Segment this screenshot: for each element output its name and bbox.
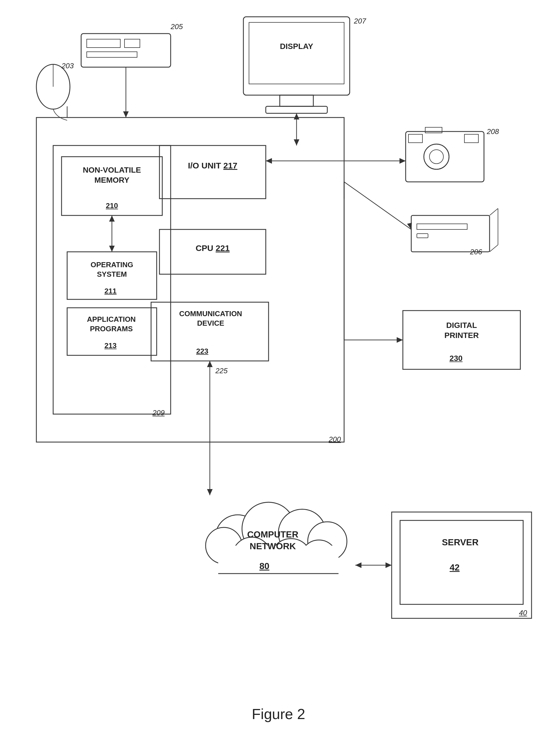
nonvolatile-memory-ref: 210 [92, 201, 131, 210]
storage-ref: 206 [470, 248, 482, 256]
comm-device-ref: 223 [187, 347, 218, 356]
svg-rect-22 [464, 134, 478, 143]
server-ref: 42 [441, 562, 469, 573]
display-label: DISPLAY [260, 42, 333, 51]
mouse-ref: 203 [62, 62, 74, 70]
svg-rect-18 [406, 132, 484, 182]
svg-point-19 [424, 144, 449, 169]
svg-marker-65 [355, 562, 361, 568]
svg-rect-21 [408, 134, 422, 143]
svg-rect-24 [411, 215, 490, 252]
svg-marker-45 [294, 113, 299, 119]
svg-rect-8 [243, 17, 350, 95]
svg-rect-26 [417, 234, 428, 238]
diagram-svg [0, 0, 557, 756]
operating-system-ref: 211 [95, 287, 126, 295]
svg-rect-10 [280, 95, 313, 106]
nonvolatile-memory-label: NON-VOLATILEMEMORY [64, 165, 159, 185]
svg-marker-61 [207, 361, 213, 367]
server-label: SERVER [404, 537, 516, 548]
svg-marker-50 [400, 158, 406, 164]
svg-marker-53 [407, 223, 412, 229]
svg-rect-13 [87, 39, 120, 48]
application-programs-ref: 213 [95, 341, 126, 350]
digital-printer-label: DIGITALPRINTER [407, 320, 516, 341]
svg-marker-56 [397, 337, 403, 343]
camera-ref: 208 [487, 127, 499, 136]
digital-printer-ref: 230 [439, 354, 473, 363]
display-ref: 207 [354, 17, 366, 26]
svg-marker-64 [385, 562, 392, 568]
svg-point-16 [36, 64, 70, 109]
memory-subsystem-ref: 209 [152, 408, 165, 417]
svg-rect-5 [159, 145, 266, 199]
svg-rect-14 [124, 39, 140, 48]
svg-rect-25 [417, 224, 467, 229]
cpu-label: CPU 221 [165, 243, 260, 253]
svg-rect-1 [53, 145, 171, 414]
io-unit-label: I/O UNIT 217 [165, 161, 260, 170]
arrow-225-ref: 225 [215, 367, 228, 375]
svg-line-52 [344, 182, 411, 229]
svg-rect-12 [81, 34, 171, 67]
svg-rect-23 [425, 127, 442, 133]
diagram-container: DISPLAY 207 205 203 200 209 NON-VOLATILE… [0, 0, 557, 756]
computer-network-label: COMPUTERNETWORK [213, 529, 333, 552]
comm-device-label: COMMUNICATIONDEVICE [153, 309, 268, 328]
svg-marker-58 [109, 246, 115, 252]
svg-marker-47 [123, 111, 129, 117]
svg-marker-44 [294, 139, 299, 145]
svg-marker-62 [207, 489, 213, 495]
computer-network-ref: 80 [251, 561, 278, 571]
svg-marker-51 [266, 158, 272, 164]
application-programs-label: APPLICATIONPROGRAMS [69, 315, 153, 334]
svg-rect-9 [249, 22, 344, 84]
svg-point-20 [430, 150, 443, 164]
svg-line-28 [490, 245, 498, 252]
figure-caption: Figure 2 [0, 706, 557, 722]
svg-marker-59 [109, 215, 115, 222]
server-outer-ref: 40 [519, 609, 527, 617]
svg-rect-15 [87, 52, 137, 57]
main-computer-ref: 200 [329, 435, 341, 444]
svg-rect-11 [266, 106, 327, 113]
svg-line-27 [490, 208, 498, 215]
keyboard-ref: 205 [171, 22, 183, 31]
operating-system-label: OPERATINGSYSTEM [71, 260, 152, 279]
